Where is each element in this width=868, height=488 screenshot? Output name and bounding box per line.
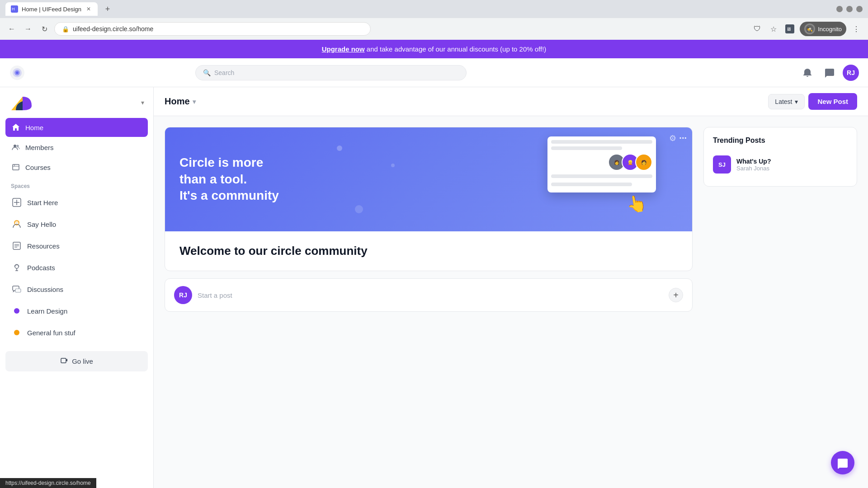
upgrade-link[interactable]: Upgrade now: [322, 45, 365, 53]
start-post-area: RJ Start a post +: [165, 278, 693, 312]
incognito-label: Incognito: [818, 26, 842, 33]
resources-label: Resources: [27, 242, 60, 250]
header-right: RJ: [799, 65, 859, 81]
welcome-text: Welcome to our circle community: [179, 244, 678, 258]
go-live-icon: [60, 357, 68, 366]
hero-banner: Circle is more than a tool. It's a commu…: [165, 127, 692, 231]
svg-text:🕵: 🕵: [807, 26, 813, 32]
resources-icon: [11, 240, 23, 252]
discussions-icon: [11, 283, 23, 295]
new-tab-button[interactable]: +: [101, 3, 114, 15]
app-logo: [9, 65, 25, 81]
go-live-label: Go live: [72, 357, 93, 365]
back-button[interactable]: ←: [5, 23, 18, 35]
content-body: Circle is more than a tool. It's a commu…: [154, 116, 868, 323]
podcasts-label: Podcasts: [27, 264, 55, 272]
window-close-button[interactable]: [856, 6, 863, 12]
sidebar-item-general-fun-stuff[interactable]: General fun stuf: [5, 322, 148, 343]
page-title: Home: [165, 96, 190, 107]
svg-point-9: [16, 71, 19, 74]
svg-rect-26: [15, 289, 21, 292]
chat-fab-button[interactable]: [831, 451, 854, 474]
home-label: Home: [25, 124, 43, 131]
brand-logo: [9, 94, 31, 111]
header-search[interactable]: 🔍 Search: [195, 65, 467, 80]
sidebar-item-learn-design[interactable]: Learn Design: [5, 300, 148, 321]
podcasts-icon: [11, 262, 23, 273]
extension-icon[interactable]: 🛡: [751, 23, 764, 35]
sidebar-brand[interactable]: ▾: [0, 87, 153, 118]
sidebar-item-resources[interactable]: Resources: [5, 235, 148, 256]
start-here-label: Start Here: [27, 199, 58, 206]
svg-point-11: [14, 145, 16, 147]
svg-text:H: H: [12, 7, 15, 11]
new-post-button[interactable]: New Post: [808, 93, 857, 110]
app-body: ▾ Home Members: [0, 87, 868, 488]
sidebar-nav: Home Members Courses: [0, 118, 153, 178]
svg-text:🖥: 🖥: [786, 26, 791, 32]
sidebar-footer: Go live: [0, 344, 153, 371]
trending-item[interactable]: SJ What's Up? Sarah Jonas: [713, 152, 848, 177]
hero-card: Circle is more than a tool. It's a commu…: [165, 127, 693, 271]
hero-line3: It's a community: [179, 188, 279, 202]
window-maximize-button[interactable]: [846, 6, 853, 12]
sidebar-item-members[interactable]: Members: [5, 138, 148, 157]
say-hello-icon: [11, 218, 23, 230]
sidebar-item-courses[interactable]: Courses: [5, 158, 148, 177]
address-bar[interactable]: 🔒 uifeed-design.circle.so/home: [54, 22, 371, 36]
go-live-button[interactable]: Go live: [5, 351, 148, 371]
start-here-icon: [11, 197, 23, 208]
hero-mockup: 👩 👱 🧑: [547, 136, 674, 227]
sidebar-item-discussions[interactable]: Discussions: [5, 279, 148, 300]
trending-info: What's Up? Sarah Jonas: [736, 158, 771, 172]
browser-actions: 🛡 ☆ 🖥 🕵 Incognito ⋮: [751, 22, 863, 36]
learn-design-dot-icon: [11, 305, 23, 317]
svg-rect-13: [13, 164, 19, 170]
latest-chevron-icon: ▾: [795, 98, 798, 105]
incognito-avatar: 🕵: [804, 23, 815, 34]
say-hello-label: Say Hello: [27, 221, 56, 228]
title-chevron-icon: ▾: [193, 98, 196, 105]
post-add-button[interactable]: +: [669, 288, 683, 302]
profile-icon[interactable]: 🖥: [783, 23, 796, 35]
menu-button[interactable]: ⋮: [850, 23, 863, 35]
sidebar-right: Trending Posts SJ What's Up? Sarah Jonas: [703, 127, 857, 312]
notification-button[interactable]: [799, 65, 816, 81]
discussions-label: Discussions: [27, 286, 63, 293]
messages-button[interactable]: [821, 65, 837, 81]
browser-chrome: H Home | UIFeed Design ✕ + ← → ↻ 🔒 uifee…: [0, 0, 868, 40]
window-minimize-button[interactable]: [836, 6, 843, 12]
more-options-icon[interactable]: ···: [679, 133, 687, 143]
tab-close-button[interactable]: ✕: [85, 5, 92, 13]
incognito-button[interactable]: 🕵 Incognito: [800, 22, 846, 36]
general-fun-dot-icon: [11, 327, 23, 338]
post-input[interactable]: Start a post: [198, 291, 663, 299]
bookmark-icon[interactable]: ☆: [767, 23, 780, 35]
content-title: Home ▾: [165, 96, 196, 107]
user-avatar[interactable]: RJ: [843, 65, 859, 81]
courses-icon: [11, 162, 21, 172]
trending-author: Sarah Jonas: [736, 165, 771, 172]
sidebar-item-start-here[interactable]: Start Here: [5, 192, 148, 213]
forward-button[interactable]: →: [22, 23, 34, 35]
browser-titlebar: H Home | UIFeed Design ✕ +: [0, 0, 868, 18]
sidebar-item-say-hello[interactable]: Say Hello: [5, 214, 148, 235]
hero-content: Welcome to our circle community: [165, 231, 692, 271]
home-icon: [11, 122, 21, 132]
spaces-section-title: Spaces: [0, 178, 153, 192]
courses-label: Courses: [25, 164, 51, 171]
search-placeholder: Search: [214, 69, 234, 76]
learn-design-label: Learn Design: [27, 307, 67, 315]
sidebar-item-podcasts[interactable]: Podcasts: [5, 257, 148, 278]
latest-filter-button[interactable]: Latest ▾: [768, 94, 805, 109]
general-fun-label: General fun stuf: [27, 329, 75, 337]
lock-icon: 🔒: [62, 26, 69, 33]
trending-avatar: SJ: [713, 155, 731, 174]
browser-tab[interactable]: H Home | UIFeed Design ✕: [5, 2, 98, 16]
app: Upgrade now and take advantage of our an…: [0, 40, 868, 488]
status-url: https://uifeed-design.circle.so/home: [5, 480, 91, 486]
address-text: uifeed-design.circle.so/home: [73, 25, 153, 33]
refresh-button[interactable]: ↻: [38, 23, 51, 35]
app-header: 🔍 Search RJ: [0, 58, 868, 87]
sidebar-item-home[interactable]: Home: [5, 118, 148, 137]
